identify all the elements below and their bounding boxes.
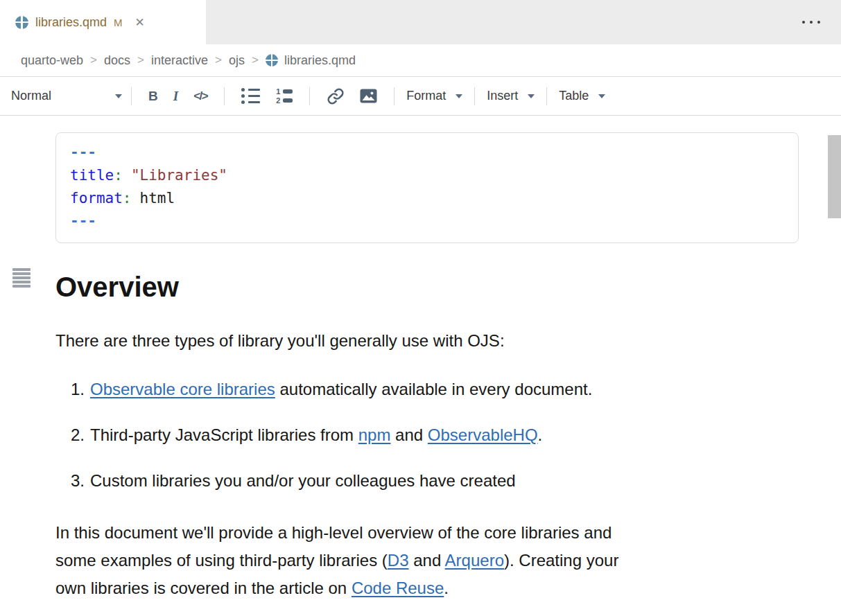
tab-bar: libraries.qmd M ✕ xyxy=(0,0,841,44)
more-actions-icon[interactable] xyxy=(801,17,822,28)
vertical-scrollbar-thumb[interactable] xyxy=(828,135,841,218)
chevron-right-icon: > xyxy=(215,53,222,67)
list-item: 2.Third-party JavaScript libraries from … xyxy=(71,422,841,448)
quarto-file-icon xyxy=(15,16,28,29)
ellipsis-dot xyxy=(802,21,805,24)
closing-line: own libraries is covered in the article … xyxy=(55,574,841,602)
breadcrumb-item-interactive[interactable]: interactive xyxy=(151,53,208,68)
yaml-entry-title: title:"Libraries" xyxy=(70,164,784,187)
breadcrumb-item-quarto-web[interactable]: quarto-web xyxy=(21,53,83,68)
quarto-file-icon xyxy=(266,54,278,67)
chevron-down-icon xyxy=(598,94,605,98)
link-observable-core-libraries[interactable]: Observable core libraries xyxy=(90,380,275,398)
format-menu-label: Format xyxy=(406,89,446,103)
image-icon xyxy=(360,89,377,103)
modified-badge: M xyxy=(114,17,123,28)
breadcrumb-filename: libraries.qmd xyxy=(284,53,356,68)
intro-paragraph: There are three types of library you'll … xyxy=(55,328,841,354)
close-icon[interactable]: ✕ xyxy=(135,17,145,28)
insert-menu-label: Insert xyxy=(487,89,518,103)
yaml-entry-format: format:html xyxy=(70,187,784,210)
toolbar-divider xyxy=(224,87,225,105)
link-d3[interactable]: D3 xyxy=(388,551,409,570)
toolbar-divider xyxy=(474,87,475,105)
breadcrumb: quarto-web > docs > interactive > ojs > … xyxy=(0,44,841,77)
paragraph-style-select[interactable]: Normal xyxy=(11,89,122,103)
table-menu-label: Table xyxy=(559,89,589,103)
ellipsis-dot xyxy=(810,21,813,24)
closing-line: some examples of using third-party libra… xyxy=(55,547,841,574)
table-menu[interactable]: Table xyxy=(559,89,605,103)
code-button[interactable]: </> xyxy=(193,89,207,103)
section-heading: Overview xyxy=(55,271,841,303)
link-icon xyxy=(327,87,345,105)
numbered-list-button[interactable] xyxy=(275,88,293,104)
chevron-down-icon xyxy=(456,94,462,98)
closing-line: In this document we'll provide a high-le… xyxy=(55,519,841,547)
link-npm[interactable]: npm xyxy=(358,425,391,444)
chevron-down-icon xyxy=(115,94,122,98)
toolbar-divider xyxy=(546,87,547,105)
block-drag-handle-icon[interactable] xyxy=(12,268,31,288)
bold-button[interactable]: B xyxy=(148,89,158,104)
bullet-list-button[interactable] xyxy=(241,88,260,104)
breadcrumb-item-ojs[interactable]: ojs xyxy=(229,53,245,68)
list-item: 1.Observable core libraries automaticall… xyxy=(71,376,841,403)
yaml-delimiter: --- xyxy=(70,210,784,233)
chevron-right-icon: > xyxy=(252,53,259,67)
image-button[interactable] xyxy=(360,89,377,103)
list-item: 3.Custom libraries you and/or your colle… xyxy=(71,468,841,494)
chevron-right-icon: > xyxy=(90,53,97,67)
toolbar-divider xyxy=(394,87,395,105)
editor-toolbar: Normal B I </> Format xyxy=(0,77,841,116)
tab-libraries-qmd[interactable]: libraries.qmd M ✕ xyxy=(0,0,206,44)
breadcrumb-item-docs[interactable]: docs xyxy=(104,53,130,68)
yaml-delimiter: --- xyxy=(70,141,784,164)
insert-menu[interactable]: Insert xyxy=(487,89,535,103)
link-observablehq[interactable]: ObservableHQ xyxy=(428,425,538,444)
toolbar-divider xyxy=(131,87,132,105)
link-arquero[interactable]: Arquero xyxy=(445,551,504,570)
chevron-down-icon xyxy=(528,94,535,98)
chevron-right-icon: > xyxy=(137,53,144,67)
ellipsis-dot xyxy=(817,21,820,24)
format-menu[interactable]: Format xyxy=(406,89,462,103)
bullet-list-icon xyxy=(241,88,260,104)
yaml-front-matter-block[interactable]: --- title:"Libraries" format:html --- xyxy=(55,132,799,243)
editor-content[interactable]: --- title:"Libraries" format:html --- Ov… xyxy=(0,132,841,616)
paragraph-style-label: Normal xyxy=(11,89,51,103)
library-types-list: 1.Observable core libraries automaticall… xyxy=(0,376,841,494)
numbered-list-icon xyxy=(275,88,293,104)
link-button[interactable] xyxy=(327,87,345,105)
italic-button[interactable]: I xyxy=(173,89,178,104)
link-code-reuse[interactable]: Code Reuse xyxy=(352,579,444,597)
tab-filename: libraries.qmd xyxy=(35,15,107,30)
breadcrumb-item-file[interactable]: libraries.qmd xyxy=(266,53,356,68)
toolbar-divider xyxy=(309,87,310,105)
closing-paragraph: In this document we'll provide a high-le… xyxy=(55,519,841,602)
